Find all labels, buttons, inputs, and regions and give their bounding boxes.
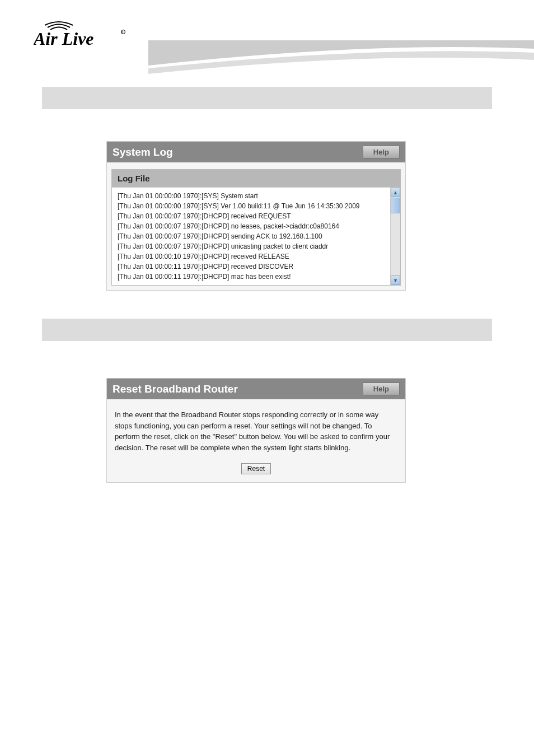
- panel-header: System Log Help: [107, 142, 405, 162]
- svg-text:R: R: [121, 31, 124, 34]
- section-band-2: [42, 319, 492, 341]
- log-line: [Thu Jan 01 00:00:07 1970]:[DHCPD] sendi…: [118, 231, 385, 241]
- scroll-down-icon[interactable]: ▼: [391, 276, 400, 285]
- log-line: [Thu Jan 01 00:00:07 1970]:[DHCPD] no le…: [118, 221, 385, 231]
- log-content: [Thu Jan 01 00:00:00 1970]:[SYS] System …: [112, 188, 390, 285]
- airlive-logo-svg: Air Live R: [34, 20, 146, 53]
- help-button[interactable]: Help: [363, 146, 400, 158]
- brand-logo: Air Live R: [34, 20, 146, 53]
- log-line: [Thu Jan 01 00:00:11 1970]:[DHCPD] recei…: [118, 262, 385, 272]
- system-log-panel: System Log Help Log File [Thu Jan 01 00:…: [106, 141, 406, 291]
- log-line: [Thu Jan 01 00:00:07 1970]:[DHCPD] unica…: [118, 241, 385, 251]
- reset-router-panel: Reset Broadband Router Help In the event…: [106, 378, 406, 483]
- panel-header: Reset Broadband Router Help: [107, 379, 405, 399]
- reset-description: In the event that the Broadband Router s…: [107, 399, 405, 460]
- log-line: [Thu Jan 01 00:00:10 1970]:[DHCPD] recei…: [118, 251, 385, 262]
- log-file-section: Log File [Thu Jan 01 00:00:00 1970]:[SYS…: [111, 169, 401, 286]
- header-swoosh: [148, 35, 534, 74]
- log-line: [Thu Jan 01 00:00:00 1970]:[SYS] System …: [118, 191, 385, 201]
- panel-title: System Log: [113, 146, 173, 158]
- reset-button-wrap: Reset: [107, 460, 405, 482]
- log-line: [Thu Jan 01 00:00:00 1970]:[SYS] Ver 1.0…: [118, 201, 385, 211]
- log-content-wrapper: [Thu Jan 01 00:00:00 1970]:[SYS] System …: [112, 187, 400, 285]
- log-line: [Thu Jan 01 00:00:07 1970]:[DHCPD] recei…: [118, 211, 385, 221]
- log-file-header: Log File: [112, 170, 400, 187]
- help-button[interactable]: Help: [363, 382, 400, 395]
- reset-button[interactable]: Reset: [241, 463, 271, 474]
- scroll-up-icon[interactable]: ▲: [391, 188, 400, 197]
- section-band-1: [42, 87, 492, 109]
- log-scrollbar[interactable]: ▲ ▼: [390, 188, 400, 285]
- svg-text:Air Live: Air Live: [34, 29, 94, 49]
- panel-title: Reset Broadband Router: [113, 383, 238, 395]
- log-line: [Thu Jan 01 00:00:11 1970]:[DHCPD] mac h…: [118, 272, 385, 282]
- scroll-thumb[interactable]: [391, 198, 400, 213]
